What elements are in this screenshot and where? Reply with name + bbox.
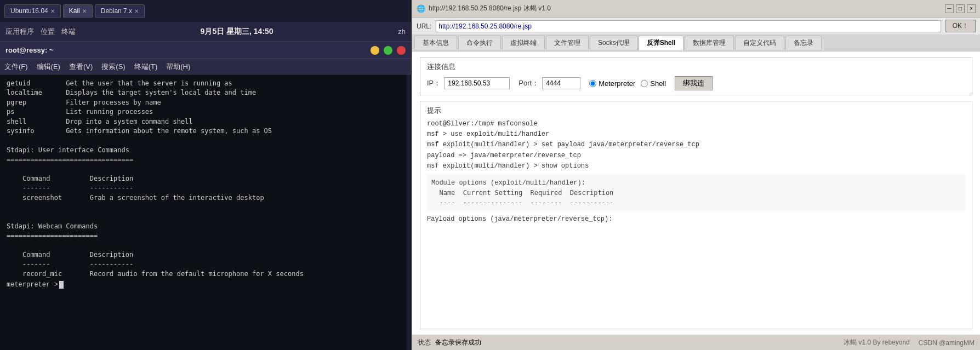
status-right-area: 冰蝎 v1.0 By rebeyond CSDN @amingMM (844, 338, 975, 347)
status-label: 状态 (418, 338, 431, 347)
terminal-menu[interactable]: 终端 (61, 27, 76, 37)
tab-file-manager[interactable]: 文件管理 (546, 36, 589, 50)
hint-title: 提示 (427, 106, 965, 116)
tab-kali-close[interactable]: ✕ (82, 8, 87, 14)
menu-view[interactable]: 查看(V) (69, 62, 93, 72)
menu-help[interactable]: 帮助(H) (166, 62, 190, 72)
browser-close-btn[interactable]: × (967, 4, 976, 13)
hint-content: root@Silver:/tmp# msfconsole msf > use e… (427, 119, 965, 171)
terminal-scrollbar[interactable] (407, 74, 411, 350)
connect-button[interactable]: 绑我连 (675, 76, 713, 90)
radio-shell-label: Shell (650, 79, 666, 88)
terminal-maximize-btn[interactable] (384, 46, 392, 55)
connection-section: 连接信息 IP： Port： Meterpreter (420, 57, 972, 95)
main-content: 连接信息 IP： Port： Meterpreter (412, 51, 980, 335)
radio-meterpreter-label: Meterpreter (599, 79, 635, 88)
ip-input[interactable] (444, 77, 510, 89)
ok-button[interactable]: OK！ (945, 20, 976, 32)
radio-meterpreter[interactable]: Meterpreter (589, 79, 635, 88)
lang-indicator: zh (398, 27, 406, 36)
system-bar: 应用程序 位置 终端 9月5日 星期三, 14:50 zh (0, 22, 411, 42)
browser-win-buttons: ─ □ × (945, 4, 976, 13)
radio-shell[interactable]: Shell (641, 79, 666, 88)
url-input[interactable] (436, 20, 941, 32)
tab-ubuntu[interactable]: Ubuntu16.04 ✕ (4, 4, 61, 18)
status-value: 备忘录保存成功 (435, 338, 481, 347)
radio-meterpreter-input[interactable] (589, 80, 596, 87)
port-field-group: Port： (519, 77, 580, 89)
tab-custom-code[interactable]: 自定义代码 (735, 36, 784, 50)
menu-edit[interactable]: 编辑(E) (37, 62, 60, 72)
tab-ubuntu-label: Ubuntu16.04 (10, 7, 48, 15)
system-bar-right: zh (398, 27, 406, 36)
menu-file[interactable]: 文件(F) (4, 62, 28, 72)
taskbar: Ubuntu16.04 ✕ Kali ✕ Debian 7.x ✕ (0, 0, 411, 22)
hint-line-1: root@Silver:/tmp# msfconsole (427, 119, 965, 129)
hint-line-3: msf exploit(multi/handler) > set payload… (427, 140, 965, 150)
terminal-close-btn[interactable] (397, 46, 406, 55)
hint-section: 提示 root@Silver:/tmp# msfconsole msf > us… (420, 101, 972, 329)
hint-line-4: payload => java/meterpreter/reverse_tcp (427, 151, 965, 161)
module-options-table: Name Current Setting Required Descriptio… (431, 188, 961, 208)
browser-icon: 🌐 (417, 4, 425, 13)
terminal-minimize-btn[interactable] (371, 46, 379, 55)
tab-virtual-terminal[interactable]: 虚拟终端 (502, 36, 545, 50)
hint-line-2: msf > use exploit/multi/handler (427, 129, 965, 140)
apps-menu[interactable]: 应用程序 (5, 27, 34, 37)
ip-field-group: IP： (427, 77, 510, 89)
browser-titlebar: 🌐 http://192.168.50.25:8080/re.jsp 冰蝎 v1… (412, 0, 980, 18)
browser-title-area: 🌐 http://192.168.50.25:8080/re.jsp 冰蝎 v1… (417, 4, 551, 13)
connection-row: IP： Port： Meterpreter Shell (427, 76, 965, 90)
terminal-output: getuid Get the user that the server is r… (7, 79, 404, 279)
tab-debian-label: Debian 7.x (101, 7, 132, 15)
tab-notes[interactable]: 备忘录 (785, 36, 822, 50)
left-terminal-panel: Ubuntu16.04 ✕ Kali ✕ Debian 7.x ✕ 应用程序 位… (0, 0, 411, 350)
terminal-prompt-line: meterpreter > (7, 281, 404, 289)
ip-label: IP： (427, 78, 441, 88)
radio-shell-input[interactable] (641, 80, 648, 87)
terminal-menubar: 文件(F) 编辑(E) 查看(V) 搜索(S) 终端(T) 帮助(H) (0, 59, 411, 74)
tab-db-manage[interactable]: 数据库管理 (685, 36, 734, 50)
module-options-title: Module options (exploit/multi/handler): (431, 178, 961, 188)
tab-debian[interactable]: Debian 7.x ✕ (95, 4, 145, 18)
hint-line-5: msf exploit(multi/handler) > show option… (427, 161, 965, 171)
status-version: 冰蝎 v1.0 By rebeyond (844, 338, 910, 347)
terminal-body[interactable]: getuid Get the user that the server is r… (0, 74, 411, 350)
terminal-title: root@ressy: ~ (5, 46, 53, 54)
position-menu[interactable]: 位置 (41, 27, 55, 37)
tab-reverse-shell[interactable]: 反弹Shell (639, 36, 684, 50)
connection-title: 连接信息 (427, 62, 965, 72)
browser-minimize-btn[interactable]: ─ (945, 4, 954, 13)
connection-type-group: Meterpreter Shell (589, 79, 666, 88)
tab-ubuntu-close[interactable]: ✕ (50, 8, 55, 14)
payload-options: Payload options (java/meterpreter/revers… (427, 215, 965, 223)
status-author: CSDN @amingMM (919, 339, 975, 347)
module-options: Module options (exploit/multi/handler): … (427, 175, 965, 211)
status-left: 状态 备忘录保存成功 (418, 338, 481, 347)
tab-cmd-exec[interactable]: 命令执行 (458, 36, 501, 50)
right-panel: 🌐 http://192.168.50.25:8080/re.jsp 冰蝎 v1… (411, 0, 980, 350)
app-tabs-bar: 基本信息 命令执行 虚拟终端 文件管理 Socks代理 反弹Shell 数据库管… (412, 35, 980, 51)
system-bar-left: 应用程序 位置 终端 (5, 27, 76, 37)
url-label: URL: (417, 22, 431, 30)
terminal-titlebar: root@ressy: ~ (0, 42, 411, 59)
terminal-cursor (59, 281, 64, 289)
url-bar: URL: OK！ (412, 18, 980, 35)
tab-kali-label: Kali (69, 7, 80, 15)
tab-kali[interactable]: Kali ✕ (63, 4, 93, 18)
datetime-display: 9月5日 星期三, 14:50 (201, 27, 274, 37)
tab-socks-proxy[interactable]: Socks代理 (590, 36, 637, 50)
menu-search[interactable]: 搜索(S) (101, 62, 125, 72)
tab-basic-info[interactable]: 基本信息 (414, 36, 457, 50)
status-bar: 状态 备忘录保存成功 冰蝎 v1.0 By rebeyond CSDN @ami… (412, 335, 980, 350)
menu-terminal[interactable]: 终端(T) (134, 62, 158, 72)
browser-maximize-btn[interactable]: □ (956, 4, 965, 13)
terminal-prompt: meterpreter > (7, 281, 58, 289)
browser-title-text: http://192.168.50.25:8080/re.jsp 冰蝎 v1.0 (429, 4, 551, 13)
tab-debian-close[interactable]: ✕ (134, 8, 139, 14)
port-input[interactable] (542, 77, 580, 89)
terminal-win-buttons (371, 46, 406, 55)
port-label: Port： (519, 78, 539, 88)
